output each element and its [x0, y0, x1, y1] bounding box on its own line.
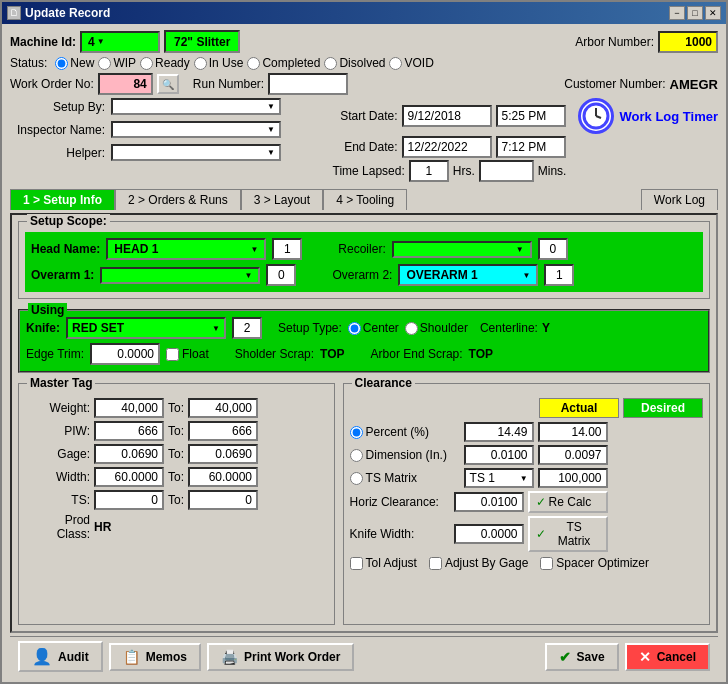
prod-class-label: Prod Class:: [29, 513, 94, 541]
title-buttons: − □ ✕: [669, 6, 721, 20]
desired-header: Desired: [623, 398, 703, 418]
head-name-combo[interactable]: HEAD 1▼: [106, 238, 266, 260]
ts-input[interactable]: [94, 490, 164, 510]
ts-matrix-actual[interactable]: [538, 468, 608, 488]
overarm1-combo[interactable]: ▼: [100, 267, 260, 284]
dimension-radio[interactable]: Dimension (In.): [350, 448, 460, 462]
machine-name-value: 72" Slitter: [174, 35, 230, 49]
end-time-input[interactable]: [496, 136, 566, 158]
spacer-optimizer-check[interactable]: Spacer Optimizer: [540, 556, 649, 570]
setup-by-row: Setup By: ▼: [10, 98, 281, 115]
print-button[interactable]: 🖨️ Print Work Order: [207, 643, 354, 671]
run-input[interactable]: [268, 73, 348, 95]
horiz-clearance-input[interactable]: [454, 492, 524, 512]
helper-combo[interactable]: ▼: [111, 144, 281, 161]
save-button[interactable]: ✔ Save: [545, 643, 619, 671]
tab-work-log[interactable]: Work Log: [641, 189, 718, 210]
piw-row: PIW: To:: [29, 421, 324, 441]
content-area: Machine Id: 4 ▼ 72" Slitter Arbor Number…: [2, 24, 726, 682]
tab-setup-info[interactable]: 1 > Setup Info: [10, 189, 115, 210]
machine-id-box[interactable]: 4 ▼: [80, 31, 160, 53]
ts-to-input[interactable]: [188, 490, 258, 510]
setup-type-group: Setup Type: Center Shoulder: [278, 321, 468, 335]
edge-trim-input[interactable]: [90, 343, 160, 365]
width-label: Width:: [29, 470, 94, 484]
audit-button[interactable]: 👤 Audit: [18, 641, 103, 672]
knife-width-label: Knife Width:: [350, 527, 450, 541]
inspector-combo[interactable]: ▼: [111, 121, 281, 138]
wo-label: Work Order No:: [10, 77, 94, 91]
horiz-clearance-row: Horiz Clearance: ✓ Re Calc: [350, 491, 703, 513]
status-wip[interactable]: WIP: [98, 56, 136, 70]
tab-layout[interactable]: 3 > Layout: [241, 189, 323, 210]
knife-width-input[interactable]: [454, 524, 524, 544]
shoulder-radio[interactable]: Shoulder: [405, 321, 468, 335]
recalc-button[interactable]: ✓ Re Calc: [528, 491, 608, 513]
tab-tooling[interactable]: 4 > Tooling: [323, 189, 407, 210]
title-bar: 🗋 Update Record − □ ✕: [2, 2, 726, 24]
ts-matrix-radio[interactable]: TS Matrix: [350, 471, 460, 485]
gage-to-input[interactable]: [188, 444, 258, 464]
arbor-label: Arbor Number:: [575, 35, 654, 49]
dimension-desired[interactable]: [538, 445, 608, 465]
gage-to-label: To:: [164, 447, 188, 461]
mins-label: Mins.: [538, 164, 567, 178]
hrs-input[interactable]: [409, 160, 449, 182]
ts-matrix-button[interactable]: ✓ TS Matrix: [528, 516, 608, 552]
time-lapsed-label: Time Lapsed:: [333, 164, 405, 178]
clock-icon: [578, 98, 614, 134]
end-date-label: End Date:: [333, 140, 398, 154]
overarm2-combo[interactable]: OVERARM 1▼: [398, 264, 538, 286]
overarm1-num: 0: [266, 264, 296, 286]
gage-input[interactable]: [94, 444, 164, 464]
maximize-button[interactable]: □: [687, 6, 703, 20]
status-void[interactable]: VOID: [389, 56, 433, 70]
knife-combo[interactable]: RED SET▼: [66, 317, 226, 339]
setup-scope-title: Setup Scope:: [27, 214, 110, 228]
adjust-by-gage-check[interactable]: Adjust By Gage: [429, 556, 528, 570]
dimension-row: Dimension (In.): [350, 445, 703, 465]
status-completed[interactable]: Completed: [247, 56, 320, 70]
wo-input[interactable]: [98, 73, 153, 95]
close-button[interactable]: ✕: [705, 6, 721, 20]
start-time-input[interactable]: [496, 105, 566, 127]
weight-row: Weight: To:: [29, 398, 324, 418]
piw-input[interactable]: [94, 421, 164, 441]
float-check[interactable]: Float: [166, 347, 209, 361]
tab-orders-runs[interactable]: 2 > Orders & Runs: [115, 189, 241, 210]
arbor-end-group: Arbor End Scrap: TOP: [371, 347, 494, 361]
prod-class-row: Prod Class: HR: [29, 513, 324, 541]
weight-input[interactable]: [94, 398, 164, 418]
minimize-button[interactable]: −: [669, 6, 685, 20]
weight-to-input[interactable]: [188, 398, 258, 418]
status-disolved[interactable]: Disolved: [324, 56, 385, 70]
tol-adjust-check[interactable]: Tol Adjust: [350, 556, 417, 570]
machine-row: Machine Id: 4 ▼ 72" Slitter Arbor Number…: [10, 30, 718, 53]
helper-row: Helper: ▼: [10, 144, 281, 161]
percent-radio[interactable]: Percent (%): [350, 425, 460, 439]
dimension-actual[interactable]: [464, 445, 534, 465]
piw-to-input[interactable]: [188, 421, 258, 441]
mins-input[interactable]: [479, 160, 534, 182]
status-in-use[interactable]: In Use: [194, 56, 244, 70]
wo-search-button[interactable]: 🔍: [157, 74, 179, 94]
percent-desired[interactable]: [538, 422, 608, 442]
memos-button[interactable]: 📋 Memos: [109, 643, 201, 671]
status-ready[interactable]: Ready: [140, 56, 190, 70]
ts-matrix-combo[interactable]: TS 1▼: [464, 468, 534, 488]
left-form: Setup By: ▼ Inspector Name: ▼ Helper: ▼: [10, 98, 281, 165]
width-to-input[interactable]: [188, 467, 258, 487]
ts-row: TS: To:: [29, 490, 324, 510]
percent-actual[interactable]: [464, 422, 534, 442]
arbor-input[interactable]: [658, 31, 718, 53]
cancel-button[interactable]: ✕ Cancel: [625, 643, 710, 671]
center-radio[interactable]: Center: [348, 321, 399, 335]
width-input[interactable]: [94, 467, 164, 487]
date-time-section: Start Date: Work Log Timer: [333, 98, 718, 182]
recoiler-combo[interactable]: ▼: [392, 241, 532, 258]
start-date-input[interactable]: [402, 105, 492, 127]
end-date-input[interactable]: [402, 136, 492, 158]
setup-by-combo[interactable]: ▼: [111, 98, 281, 115]
status-new[interactable]: New: [55, 56, 94, 70]
tabs-row: 1 > Setup Info 2 > Orders & Runs 3 > Lay…: [10, 189, 718, 210]
